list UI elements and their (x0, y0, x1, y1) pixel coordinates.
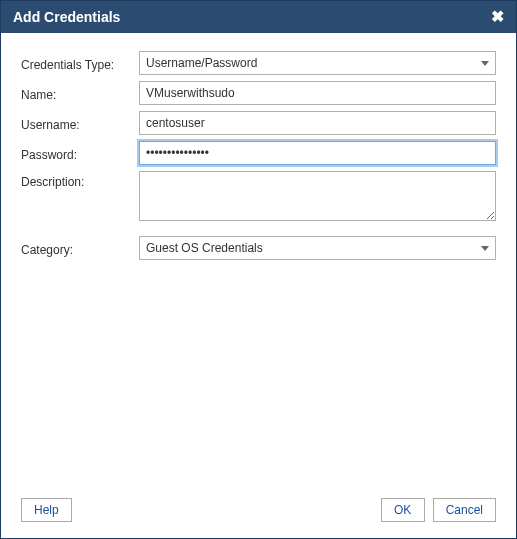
row-username: Username: (21, 111, 496, 135)
cancel-button[interactable]: Cancel (433, 498, 496, 522)
dialog-title: Add Credentials (13, 9, 120, 25)
chevron-down-icon (481, 61, 489, 66)
help-button[interactable]: Help (21, 498, 72, 522)
row-description: Description: (21, 171, 496, 224)
label-username: Username: (21, 114, 139, 132)
label-category: Category: (21, 239, 139, 257)
row-category: Category: Guest OS Credentials (21, 236, 496, 260)
close-icon[interactable]: ✖ (491, 9, 504, 25)
button-bar: Help OK Cancel (1, 488, 516, 538)
credentials-type-value: Username/Password (146, 55, 257, 71)
dialog-content: Credentials Type: Username/Password Name… (1, 33, 516, 488)
row-name: Name: (21, 81, 496, 105)
row-credentials-type: Credentials Type: Username/Password (21, 51, 496, 75)
name-field[interactable] (139, 81, 496, 105)
titlebar: Add Credentials ✖ (1, 1, 516, 33)
ok-button[interactable]: OK (381, 498, 425, 522)
description-field[interactable] (139, 171, 496, 221)
password-field[interactable] (139, 141, 496, 165)
username-field[interactable] (139, 111, 496, 135)
label-name: Name: (21, 84, 139, 102)
label-password: Password: (21, 144, 139, 162)
add-credentials-dialog: Add Credentials ✖ Credentials Type: User… (0, 0, 517, 539)
spacer (21, 266, 496, 478)
row-password: Password: (21, 141, 496, 165)
category-select[interactable]: Guest OS Credentials (139, 236, 496, 260)
category-value: Guest OS Credentials (146, 240, 263, 256)
label-credentials-type: Credentials Type: (21, 54, 139, 72)
chevron-down-icon (481, 246, 489, 251)
credentials-type-select[interactable]: Username/Password (139, 51, 496, 75)
label-description: Description: (21, 171, 139, 189)
